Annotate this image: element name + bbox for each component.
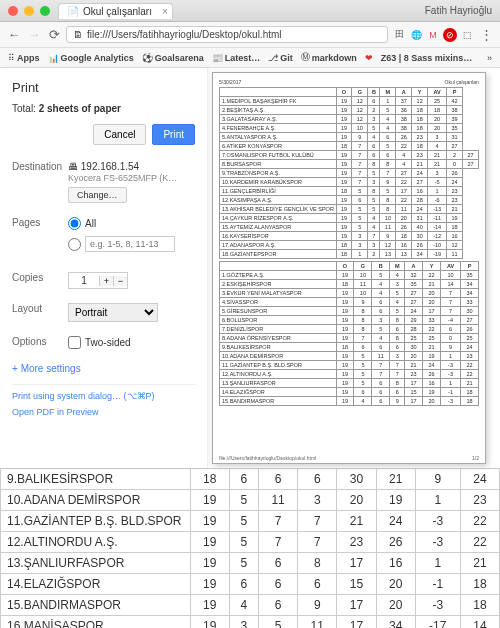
options-label: Options (12, 336, 68, 349)
table-row: 9.BALIKESİRSPOR186663021924 (1, 469, 500, 490)
file-icon: 🗎 (73, 29, 83, 40)
table-row: 15.BANDIRMASPOR194691720-318 (220, 397, 479, 406)
table-row: 4.FENERBAHÇE A.Ş.19105438182035 (220, 124, 479, 133)
profile-name[interactable]: Fatih Hayrioğlu (425, 5, 492, 16)
two-sided-checkbox[interactable] (68, 336, 81, 349)
close-window[interactable] (8, 6, 18, 16)
preview-page: 1/2 (472, 455, 479, 461)
translate-icon[interactable]: 🌐 (409, 28, 423, 42)
table-row: 15.AYTEMİZ ALANYASPOR1954112640-1418 (220, 223, 479, 232)
print-dialog: Print Total: 2 sheets of paper Cancel Pr… (0, 68, 208, 468)
table-row: 12.ALTINORDU A.Ş.195772326-322 (1, 532, 500, 553)
maximize-window[interactable] (40, 6, 50, 16)
table-row: 13.ŞANLIURFASPOR195681716121 (1, 553, 500, 574)
gmail-icon[interactable]: M (426, 28, 440, 42)
more-settings-link[interactable]: More settings (12, 363, 195, 374)
total-sheets: Total: 2 sheets of paper (12, 103, 195, 114)
back-icon[interactable]: ← (6, 27, 22, 42)
pages-label: Pages (12, 217, 68, 258)
layout-select[interactable]: Portrait (68, 303, 158, 322)
pages-range-input[interactable] (85, 236, 175, 252)
table-row: 14.ELAZIĞSPOR196661520-118 (1, 574, 500, 595)
system-dialog-link[interactable]: Print using system dialog… (⌥⌘P) (12, 391, 195, 401)
table-row: 10.ADANA DEMİRSPOR1951132019123 (220, 352, 479, 361)
standings-table: 9.BALIKESİRSPOR18666302192410.ADANA DEMİ… (0, 468, 500, 628)
table-row: 8.ADANA ÖRENSİYESPOR197482525025 (220, 334, 479, 343)
table-row: 18.GAZİANTEPSPOR1812131334-1911 (220, 250, 479, 259)
copies-up[interactable]: + (99, 276, 113, 286)
table-row: 2.ESKİŞEHİRSPOR18114335211434 (220, 280, 479, 289)
page-icon: 📄 (67, 6, 79, 17)
menu-icon[interactable]: ⋮ (478, 27, 494, 42)
bookmarks-bar: ⠿ Apps 📊 Google Analytics ⚽ Goalsarena 📰… (0, 48, 500, 68)
table-row: 7.OSMANLISPOR FUTBOL KULÜBÜ1976642321227 (220, 151, 479, 160)
bookmark[interactable]: 📊 Google Analytics (48, 53, 134, 63)
copies-down[interactable]: − (113, 276, 127, 286)
minimize-window[interactable] (24, 6, 34, 16)
table-row: 7.DENİZLİSPOR198562822626 (220, 325, 479, 334)
printer-icon: 🖶 (68, 161, 78, 172)
bookmark[interactable]: Z63 | 8 Sass mixins… (381, 53, 473, 63)
table-row: 10.ADANA DEMİRSPOR1951132019123 (1, 490, 500, 511)
adblock-icon[interactable]: ⊘ (443, 28, 457, 42)
table-row: 12.ALTINORDU A.Ş.195772326-322 (220, 370, 479, 379)
table-row: 3.EVKUR YENİ MALATYASPOR1910452720734 (220, 289, 479, 298)
table-row: 2.BEŞİKTAŞ A.Ş.19122536181838 (220, 106, 479, 115)
cancel-button[interactable]: Cancel (93, 124, 146, 145)
underlying-page: 9.BALIKESİRSPOR18666302192410.ADANA DEMİ… (0, 468, 500, 628)
bookmark[interactable]: ⚽ Goalsarena (142, 53, 204, 63)
preview-date: 5/30/2017 (219, 79, 241, 85)
address-bar[interactable]: 🗎 file:///Users/fatihhayrioglu/Desktop/o… (66, 26, 388, 43)
table-row: 6.ATİKER KONYASPOR187652218427 (220, 142, 479, 151)
preview-table-1: OGBMAYAVP1.MEDİPOL BAŞAKŞEHİR FK19126137… (219, 87, 479, 259)
print-preview: 5/30/2017Okul çalışanları OGBMAYAVP1.MED… (212, 72, 486, 464)
bookmark-overflow[interactable]: » (487, 53, 492, 63)
table-row: 11.GAZİANTEP B.Ş. BLD.SPOR195772124-322 (1, 511, 500, 532)
tab-title: Okul çalışanları (83, 6, 152, 17)
printer-desc: Kyocera FS-6525MFP (K… (68, 173, 177, 183)
table-row: 12.KASIMPAŞA A.Ş.196582228-623 (220, 196, 479, 205)
open-pdf-link[interactable]: Open PDF in Preview (12, 407, 195, 417)
table-row: 11.GENÇLERBİRLİĞİ185851716123 (220, 187, 479, 196)
pages-range-radio[interactable] (68, 238, 81, 251)
table-row: 6.BOLUSPOR198382933-427 (220, 316, 479, 325)
bookmark[interactable]: ⎇ Git (268, 53, 293, 63)
change-printer-button[interactable]: Change… (68, 187, 127, 203)
table-row: 14.ÇAYKUR RİZESPOR A.Ş.1954102031-1119 (220, 214, 479, 223)
table-row: 16.MANİSASPOR1935111734-1714 (1, 616, 500, 629)
table-row: 9.TRABZONSPOR A.Ş.197572724326 (220, 169, 479, 178)
pages-all-radio[interactable] (68, 217, 81, 230)
ext-icon[interactable]: ⬚ (460, 28, 474, 42)
browser-tab[interactable]: 📄 Okul çalışanları × (58, 3, 173, 19)
table-row: 1.MEDİPOL BAŞAKŞEHİR FK19126137122542 (220, 97, 479, 106)
table-row: 5.ANTALYASPOR A.Ş.199462623331 (220, 133, 479, 142)
preview-path: file:///Users/fatihhayrioglu/Desktop/oku… (219, 455, 316, 461)
reload-icon[interactable]: ⟳ (46, 27, 62, 42)
bookmark[interactable]: ❤ (365, 53, 373, 63)
table-row: 10.KARDEMİR KARABÜKSPOR197392227-524 (220, 178, 479, 187)
table-row: 11.GAZİANTEP B.Ş. BLD.SPOR195772124-322 (220, 361, 479, 370)
table-row: 16.KAYSERİSPOR193791830-1216 (220, 232, 479, 241)
table-row: 5.GİRESUNSPOR198652417730 (220, 307, 479, 316)
preview-table-2: OGBMAYAVP1.GÖZTEPE A.Ş.191054322210352.E… (219, 261, 479, 406)
table-row: 14.ELAZIĞSPOR196661519-118 (220, 388, 479, 397)
print-button[interactable]: Print (152, 124, 195, 145)
copies-stepper[interactable]: 1+− (68, 272, 128, 289)
ext-icon[interactable]: ⽥ (392, 28, 406, 42)
apps-bookmark[interactable]: ⠿ Apps (8, 53, 40, 63)
table-row: 4.SİVASSPOR199642720733 (220, 298, 479, 307)
forward-icon: → (26, 27, 42, 42)
bookmark[interactable]: 📰 Latest… (212, 53, 261, 63)
preview-title: Okul çalışanları (445, 79, 479, 85)
table-row: 13.ŞANLIURFASPOR195681716121 (220, 379, 479, 388)
table-row: 13.AKHİSAR BELEDİYE GENÇLİK VE SPOR19558… (220, 205, 479, 214)
table-row: 8.BURSASPOR1978842121027 (220, 160, 479, 169)
table-row: 1.GÖZTEPE A.Ş.19105432221035 (220, 271, 479, 280)
close-tab-icon[interactable]: × (162, 6, 168, 17)
bookmark[interactable]: Ⓜ markdown (301, 51, 357, 64)
url-text: file:///Users/fatihhayrioglu/Desktop/oku… (87, 29, 282, 40)
copies-label: Copies (12, 272, 68, 289)
table-row: 3.GALATASARAY A.Ş.19123438182039 (220, 115, 479, 124)
table-row: 15.BANDIRMASPOR194691720-318 (1, 595, 500, 616)
destination-label: Destination (12, 161, 68, 203)
